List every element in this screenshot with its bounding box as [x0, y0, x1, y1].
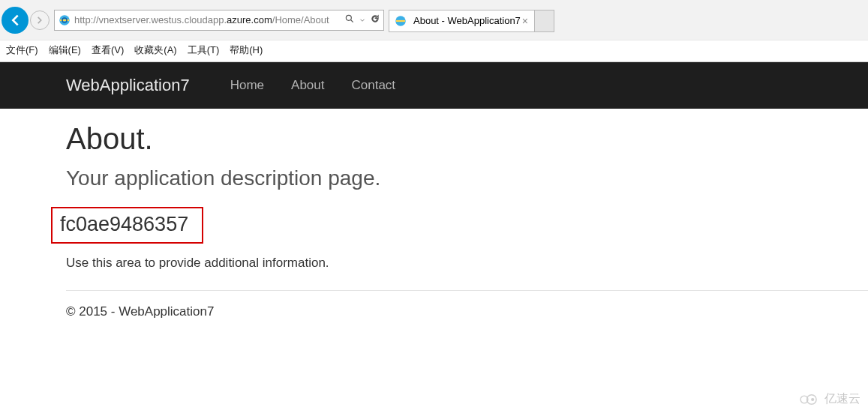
server-id: fc0ae9486357	[60, 213, 188, 235]
ie-icon	[394, 14, 407, 28]
menu-edit[interactable]: 编辑(E)	[49, 43, 81, 57]
brand[interactable]: WebApplication7	[66, 76, 190, 95]
search-icon[interactable]	[344, 13, 355, 27]
watermark-text: 亿速云	[824, 391, 860, 407]
ie-icon	[58, 13, 71, 27]
site-nav: WebApplication7 Home About Contact	[0, 62, 868, 109]
watermark: 亿速云	[799, 391, 860, 407]
nav-contact[interactable]: Contact	[352, 78, 396, 93]
new-tab-button[interactable]	[535, 10, 554, 32]
page-title: About.	[66, 122, 868, 156]
menu-bar: 文件(F) 编辑(E) 查看(V) 收藏夹(A) 工具(T) 帮助(H)	[0, 40, 868, 61]
menu-view[interactable]: 查看(V)	[92, 43, 124, 57]
divider	[66, 290, 868, 291]
menu-favorites[interactable]: 收藏夹(A)	[134, 43, 176, 57]
tab-title: About - WebApplication7	[413, 15, 521, 26]
browser-chrome: http://vnextserver.westus.cloudapp.azure…	[0, 0, 868, 62]
menu-tools[interactable]: 工具(T)	[188, 43, 220, 57]
forward-button[interactable]	[30, 10, 50, 30]
nav-home[interactable]: Home	[230, 78, 264, 93]
address-bar[interactable]: http://vnextserver.westus.cloudapp.azure…	[54, 10, 384, 31]
page-footer: © 2015 - WebApplication7	[66, 304, 868, 319]
tab-about[interactable]: About - WebApplication7 ×	[389, 10, 535, 32]
url-text: http://vnextserver.westus.cloudapp.azure…	[74, 14, 340, 25]
close-icon[interactable]: ×	[521, 15, 530, 27]
arrow-right-icon	[35, 15, 45, 25]
arrow-left-icon	[7, 12, 23, 28]
menu-help[interactable]: 帮助(H)	[230, 43, 263, 57]
tab-strip: About - WebApplication7 ×	[389, 8, 554, 32]
back-button[interactable]	[2, 7, 29, 34]
svg-point-6	[812, 398, 814, 400]
page-subtitle: Your application description page.	[66, 166, 868, 190]
info-text: Use this area to provide additional info…	[66, 256, 868, 271]
svg-point-2	[346, 15, 351, 20]
watermark-icon	[799, 392, 820, 407]
browser-top-bar: http://vnextserver.westus.cloudapp.azure…	[0, 0, 868, 40]
nav-about[interactable]: About	[291, 78, 324, 93]
refresh-icon[interactable]	[370, 13, 380, 27]
chevron-down-icon[interactable]	[359, 13, 366, 27]
server-id-box: fc0ae9486357	[51, 207, 203, 244]
page-content: About. Your application description page…	[0, 109, 868, 319]
menu-file[interactable]: 文件(F)	[6, 43, 38, 57]
